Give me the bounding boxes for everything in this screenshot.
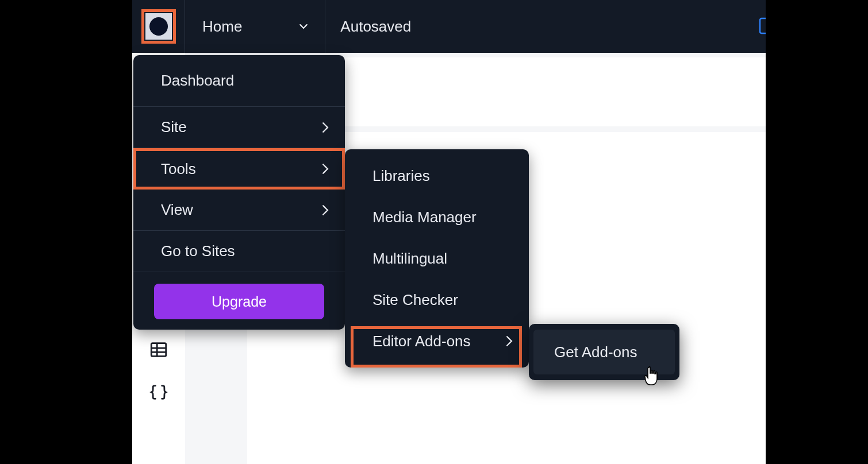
svg-rect-4 — [760, 18, 766, 33]
menu-label: Go to Sites — [161, 242, 235, 260]
submenu-label: Multilingual — [372, 250, 447, 268]
submenu-item-libraries[interactable]: Libraries — [345, 155, 529, 196]
logo-cell[interactable] — [132, 0, 185, 53]
page-selector[interactable]: Home — [185, 0, 325, 53]
chevron-right-icon — [322, 122, 329, 133]
chevron-down-icon — [299, 22, 308, 30]
submenu-label: Media Manager — [372, 208, 477, 226]
submenu-item-multilingual[interactable]: Multilingual — [345, 238, 529, 279]
code-braces-icon[interactable] — [149, 382, 168, 402]
submenu-item-get-addons[interactable]: Get Add-ons — [533, 330, 675, 374]
main-menu-panel: Dashboard Site Tools View Go to Sites Up… — [133, 55, 345, 330]
submenu-label: Site Checker — [372, 291, 458, 309]
upgrade-wrapper: Upgrade — [133, 272, 345, 319]
chevron-right-icon — [322, 205, 329, 215]
menu-item-go-to-sites[interactable]: Go to Sites — [133, 231, 345, 272]
menu-item-tools[interactable]: Tools — [133, 148, 345, 190]
chevron-right-icon — [506, 336, 513, 346]
logo-circle-icon — [149, 17, 168, 36]
page-selector-label: Home — [202, 18, 242, 36]
submenu-label: Libraries — [372, 167, 430, 185]
submenu-item-media-manager[interactable]: Media Manager — [345, 196, 529, 238]
chevron-right-icon — [322, 164, 329, 174]
menu-label: View — [161, 201, 193, 219]
autosave-status: Autosaved — [325, 18, 426, 36]
submenu-item-site-checker[interactable]: Site Checker — [345, 279, 529, 320]
menu-label: Dashboard — [161, 72, 234, 90]
menu-item-view[interactable]: View — [133, 190, 345, 231]
addons-submenu-panel: Get Add-ons — [529, 324, 679, 380]
table-icon[interactable] — [149, 340, 168, 359]
menu-label: Site — [161, 118, 187, 136]
submenu-label: Editor Add-ons — [372, 332, 471, 350]
submenu-item-editor-addons[interactable]: Editor Add-ons — [345, 320, 529, 362]
app-logo — [145, 13, 172, 40]
tools-submenu-panel: Libraries Media Manager Multilingual Sit… — [345, 149, 529, 368]
right-edge-partial-icon — [759, 17, 766, 34]
menu-label: Tools — [161, 160, 196, 178]
submenu-label: Get Add-ons — [554, 343, 637, 361]
menu-item-site[interactable]: Site — [133, 107, 345, 148]
menu-item-dashboard[interactable]: Dashboard — [133, 55, 345, 107]
upgrade-button[interactable]: Upgrade — [154, 284, 324, 319]
logo-highlight-box — [141, 9, 176, 44]
svg-rect-0 — [151, 343, 166, 357]
top-bar: Home Autosaved — [132, 0, 766, 53]
